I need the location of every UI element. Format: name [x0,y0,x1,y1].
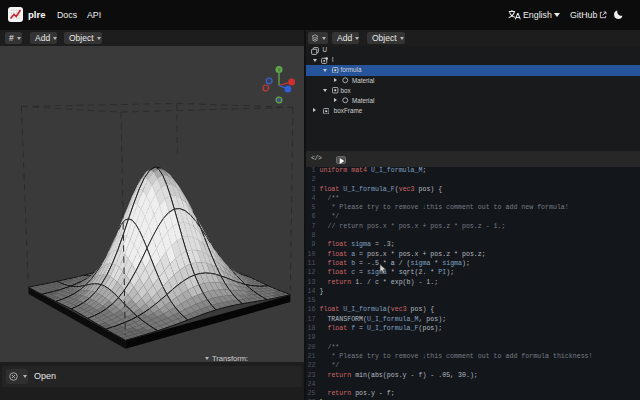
svg-text:Y: Y [277,68,280,73]
